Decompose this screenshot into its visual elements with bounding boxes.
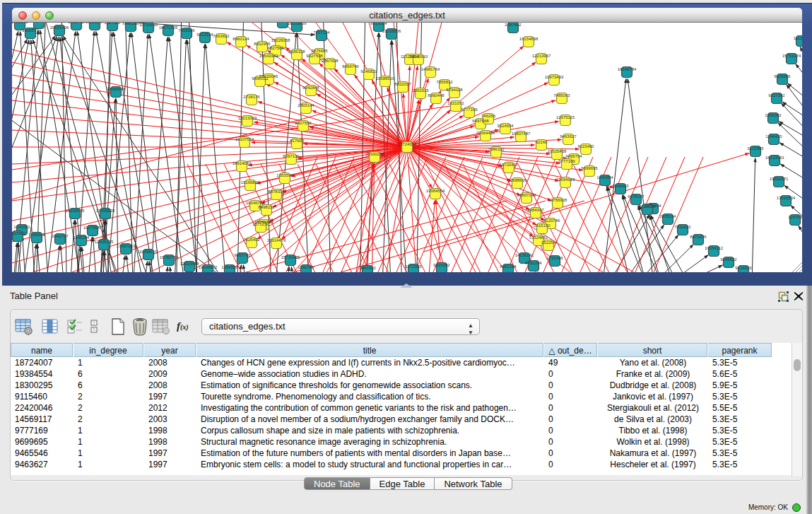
svg-text:6794028: 6794028 [446,88,463,92]
svg-text:17016504: 17016504 [777,196,796,200]
svg-text:2405572: 2405572 [12,23,28,24]
svg-text:9313514: 9313514 [196,33,213,37]
svg-text:6466160: 6466160 [122,23,139,25]
svg-text:19692971: 19692971 [770,177,789,181]
svg-text:16033809: 16033809 [288,23,307,25]
svg-text:9115460: 9115460 [578,144,595,148]
svg-text:8471676: 8471676 [690,235,707,239]
svg-text:10244502: 10244502 [199,265,218,269]
svg-text:8960124: 8960124 [233,37,249,41]
svg-text:17957253: 17957253 [117,244,136,248]
svg-text:14981764: 14981764 [421,67,440,71]
svg-text:12975115: 12975115 [556,115,575,119]
svg-text:10973493: 10973493 [545,75,564,79]
svg-text:18914063: 18914063 [233,161,252,165]
svg-text:9777169: 9777169 [558,159,575,163]
svg-text:15751074: 15751074 [782,54,801,58]
svg-text:15720407: 15720407 [500,163,519,167]
svg-text:3675685: 3675685 [311,49,328,53]
svg-text:1244415: 1244415 [765,134,782,139]
svg-text:1640954: 1640954 [596,175,613,180]
svg-text:16914479: 16914479 [267,238,286,243]
svg-text:7515526: 7515526 [178,28,195,33]
svg-text:10688609: 10688609 [508,178,527,182]
svg-text:9777169: 9777169 [461,107,478,112]
svg-text:2803144: 2803144 [298,103,314,107]
svg-text:8498222: 8498222 [258,205,275,209]
svg-text:20206575: 20206575 [66,209,85,213]
svg-text:9463627: 9463627 [560,134,577,139]
svg-text:7632621: 7632621 [674,225,691,229]
svg-text:8938923: 8938923 [612,184,629,188]
svg-text:4495794: 4495794 [565,154,582,158]
svg-text:10025458: 10025458 [548,149,567,153]
svg-text:16648784: 16648784 [618,67,637,71]
svg-text:8427552: 8427552 [295,121,312,125]
svg-text:252254: 252254 [541,240,556,245]
svg-text:20053346: 20053346 [107,87,126,91]
svg-text:817008: 817008 [290,139,305,143]
svg-text:1292346: 1292346 [298,265,314,269]
svg-text:1621072: 1621072 [447,101,464,105]
svg-text:10958107: 10958107 [139,250,158,254]
svg-text:19654923: 19654923 [556,177,575,182]
svg-text:3624554: 3624554 [497,124,514,128]
svg-text:16782759: 16782759 [160,255,179,259]
svg-text:3215955: 3215955 [747,146,764,151]
svg-text:13524861: 13524861 [529,235,548,240]
svg-text:2087682: 2087682 [505,23,522,27]
svg-text:9315082: 9315082 [433,263,450,267]
svg-text:10853287: 10853287 [86,23,105,24]
svg-text:16107554: 16107554 [235,137,254,141]
svg-text:15640910: 15640910 [409,54,428,59]
svg-text:19756928: 19756928 [548,198,567,202]
svg-text:16543382: 16543382 [259,54,278,58]
svg-text:8822037: 8822037 [394,82,411,86]
svg-text:20691406: 20691406 [50,25,69,30]
svg-text:14136141: 14136141 [515,253,534,257]
svg-text:7663822: 7663822 [213,34,230,38]
svg-text:9227342: 9227342 [768,93,785,98]
svg-text:1209382: 1209382 [765,113,782,117]
svg-text:9896012: 9896012 [252,76,269,81]
svg-text:9242848: 9242848 [302,86,319,90]
svg-text:8878334: 8878334 [268,189,285,194]
svg-text:1527602: 1527602 [104,23,121,25]
svg-text:10654112: 10654112 [705,246,724,250]
svg-text:7955812: 7955812 [436,80,453,84]
svg-text:18724007: 18724007 [398,142,417,146]
svg-text:17359928: 17359928 [96,209,115,213]
svg-text:6479197: 6479197 [628,194,645,199]
svg-text:1615152: 1615152 [534,223,551,228]
svg-text:9699695: 9699695 [581,166,598,170]
svg-text:1572903: 1572903 [405,264,422,269]
svg-text:15588520: 15588520 [376,76,395,81]
svg-text:2718176: 2718176 [243,95,260,99]
svg-text:1983712: 1983712 [68,23,85,24]
svg-text:8454749: 8454749 [342,64,359,69]
svg-text:9410233: 9410233 [639,204,656,209]
svg-text:16154838: 16154838 [519,37,539,41]
svg-text:8990448: 8990448 [428,93,445,98]
svg-text:10807487: 10807487 [512,132,531,136]
svg-text:19218506: 19218506 [382,29,401,33]
svg-text:1362615: 1362615 [412,88,429,93]
svg-text:18807249: 18807249 [517,193,536,197]
svg-text:2942737: 2942737 [52,234,69,238]
svg-text:7485063: 7485063 [553,93,570,98]
svg-text:9124503: 9124503 [735,266,752,270]
svg-text:8751294: 8751294 [525,261,542,265]
svg-text:1112744: 1112744 [794,36,802,40]
svg-text:9457791: 9457791 [234,253,251,257]
svg-text:19166829: 19166829 [241,180,260,185]
svg-text:9329966: 9329966 [774,74,791,78]
svg-text:16671355: 16671355 [159,25,178,30]
svg-text:7357224: 7357224 [313,30,330,35]
svg-text:8267130: 8267130 [283,154,300,158]
svg-text:116753: 116753 [788,215,802,219]
svg-text:62160: 62160 [536,140,548,144]
svg-text:20364436: 20364436 [476,131,495,135]
svg-text:9827505: 9827505 [267,46,284,50]
svg-text:1145154: 1145154 [73,235,90,240]
svg-text:1405571: 1405571 [22,28,39,33]
